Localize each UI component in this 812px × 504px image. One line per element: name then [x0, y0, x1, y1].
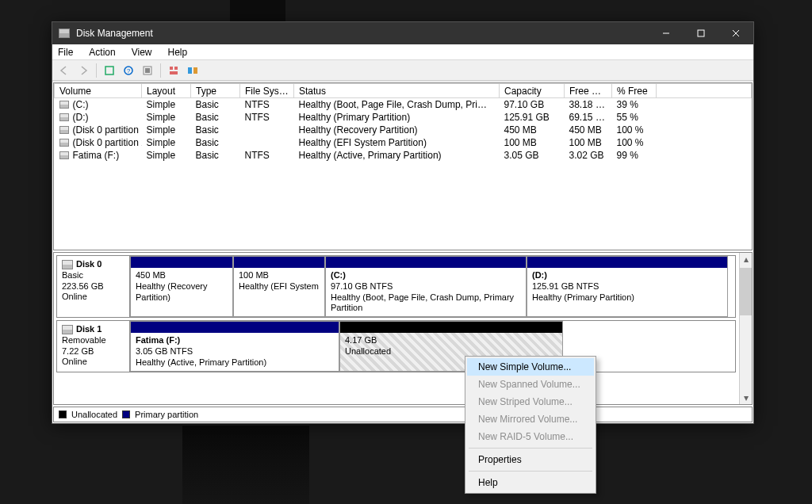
- legend-swatch-primary: [122, 410, 130, 418]
- volume-name: (Disk 0 partition 2): [73, 137, 142, 148]
- titlebar[interactable]: Disk Management: [52, 22, 753, 44]
- volume-name: Fatima (F:): [73, 150, 120, 161]
- minimize-button[interactable]: [649, 22, 684, 44]
- menubar: File Action View Help: [52, 44, 753, 60]
- back-button[interactable]: [56, 62, 73, 79]
- table-row[interactable]: (D:)SimpleBasicNTFSHealthy (Primary Part…: [55, 111, 752, 124]
- cell-fs: [240, 124, 294, 136]
- table-row[interactable]: (C:)SimpleBasicNTFSHealthy (Boot, Page F…: [55, 98, 752, 112]
- cell-free: 38.18 GB: [565, 98, 612, 112]
- vertical-scrollbar[interactable]: ▴ ▾: [739, 253, 752, 404]
- menu-help[interactable]: Help: [166, 46, 190, 59]
- disk-icon: [62, 260, 73, 269]
- menu-view[interactable]: View: [129, 46, 155, 59]
- partition[interactable]: (D:)125.91 GB NTFSHealthy (Primary Parti…: [527, 256, 728, 317]
- svg-rect-11: [170, 71, 178, 74]
- volume-name: (Disk 0 partition 1): [73, 124, 142, 136]
- cell-free: 450 MB: [565, 124, 612, 136]
- col-capacity[interactable]: Capacity: [500, 84, 565, 98]
- ctx-new-raid5-volume: New RAID-5 Volume...: [467, 428, 594, 445]
- col-volume[interactable]: Volume: [55, 84, 142, 98]
- cell-capacity: 97.10 GB: [500, 98, 565, 112]
- col-type[interactable]: Type: [191, 84, 240, 98]
- context-menu[interactable]: New Simple Volume... New Spanned Volume.…: [465, 356, 596, 494]
- table-row[interactable]: (Disk 0 partition 2)SimpleBasicHealthy (…: [55, 136, 752, 149]
- cell-layout: Simple: [142, 149, 191, 162]
- close-button[interactable]: [718, 22, 753, 44]
- cell-pct: 55 %: [612, 111, 657, 124]
- cell-status: Healthy (Boot, Page File, Crash Dump, Pr…: [294, 98, 500, 112]
- legend-swatch-unallocated: [59, 410, 67, 418]
- drive-icon: [59, 126, 69, 134]
- cell-status: Healthy (Primary Partition): [294, 111, 500, 124]
- ctx-new-simple-volume[interactable]: New Simple Volume...: [467, 358, 594, 376]
- settings-toolbar-button[interactable]: [139, 62, 156, 79]
- maximize-button[interactable]: [684, 22, 718, 44]
- col-status[interactable]: Status: [294, 84, 500, 98]
- cell-layout: Simple: [142, 124, 191, 136]
- ctx-new-spanned-volume: New Spanned Volume...: [467, 376, 594, 393]
- disk-row: Disk 1Removable7.22 GBOnlineFatima (F:)3…: [56, 320, 736, 372]
- toolbar: ?: [52, 60, 753, 81]
- partition[interactable]: Fatima (F:)3.05 GB NTFSHealthy (Active, …: [130, 321, 339, 372]
- col-filesystem[interactable]: File System: [240, 84, 294, 98]
- forward-button[interactable]: [75, 62, 92, 79]
- cell-pct: 39 %: [612, 98, 657, 112]
- table-row[interactable]: (Disk 0 partition 1)SimpleBasicHealthy (…: [55, 124, 752, 136]
- disk-row: Disk 0Basic223.56 GBOnline450 MBHealthy …: [56, 255, 736, 318]
- ctx-new-striped-volume: New Striped Volume...: [467, 393, 594, 410]
- ctx-new-mirrored-volume: New Mirrored Volume...: [467, 410, 594, 428]
- cell-layout: Simple: [142, 98, 191, 112]
- detail-view-button[interactable]: [184, 62, 201, 79]
- svg-rect-1: [698, 30, 704, 36]
- drive-icon: [59, 113, 69, 121]
- menu-file[interactable]: File: [56, 46, 75, 59]
- cell-fs: [240, 136, 294, 149]
- svg-rect-12: [188, 67, 192, 74]
- ctx-help[interactable]: Help: [467, 474, 594, 491]
- cell-fs: NTFS: [240, 111, 294, 124]
- disk-management-window: Disk Management File Action View Help ?: [52, 21, 754, 424]
- list-view-button[interactable]: [165, 62, 182, 79]
- disk-icon: [62, 325, 73, 334]
- svg-rect-13: [193, 67, 197, 74]
- menu-action[interactable]: Action: [86, 46, 117, 59]
- cell-fs: NTFS: [240, 98, 294, 112]
- volume-name: (D:): [73, 112, 89, 123]
- cell-free: 100 MB: [565, 136, 612, 149]
- disk-label[interactable]: Disk 1Removable7.22 GBOnline: [57, 321, 130, 372]
- cell-capacity: 100 MB: [500, 136, 565, 149]
- svg-rect-8: [145, 68, 150, 73]
- volume-list[interactable]: Volume Layout Type File System Status Ca…: [53, 82, 753, 250]
- disk-graphical-view: Disk 0Basic223.56 GBOnline450 MBHealthy …: [53, 252, 753, 405]
- disk-label[interactable]: Disk 0Basic223.56 GBOnline: [57, 256, 130, 317]
- partition[interactable]: (C:)97.10 GB NTFSHealthy (Boot, Page Fil…: [325, 256, 527, 317]
- legend: Unallocated Primary partition: [53, 407, 753, 422]
- table-row[interactable]: Fatima (F:)SimpleBasicNTFSHealthy (Activ…: [55, 149, 752, 162]
- content-area: Volume Layout Type File System Status Ca…: [52, 81, 753, 423]
- col-layout[interactable]: Layout: [142, 84, 191, 98]
- legend-unallocated: Unallocated: [71, 410, 117, 419]
- cell-fs: NTFS: [240, 149, 294, 162]
- cell-status: Healthy (Recovery Partition): [294, 124, 500, 136]
- col-pctfree[interactable]: % Free: [612, 84, 657, 98]
- cell-type: Basic: [191, 136, 240, 149]
- cell-capacity: 125.91 GB: [500, 111, 565, 124]
- ctx-properties[interactable]: Properties: [467, 451, 594, 468]
- drive-icon: [59, 101, 69, 109]
- column-headers[interactable]: Volume Layout Type File System Status Ca…: [55, 84, 752, 98]
- cell-capacity: 450 MB: [500, 124, 565, 136]
- app-icon: [59, 29, 70, 38]
- refresh-button[interactable]: [101, 62, 118, 79]
- svg-text:?: ?: [127, 67, 131, 74]
- partition[interactable]: 100 MBHealthy (EFI System: [233, 256, 325, 317]
- legend-primary: Primary partition: [135, 410, 198, 419]
- col-freespace[interactable]: Free Spa...: [565, 84, 612, 98]
- partition[interactable]: 450 MBHealthy (Recovery Partition): [130, 256, 233, 317]
- cell-pct: 100 %: [612, 124, 657, 136]
- svg-rect-4: [105, 67, 113, 74]
- cell-status: Healthy (Active, Primary Partition): [294, 149, 500, 162]
- help-toolbar-button[interactable]: ?: [120, 62, 137, 79]
- volume-name: (C:): [73, 99, 89, 110]
- cell-pct: 99 %: [612, 149, 657, 162]
